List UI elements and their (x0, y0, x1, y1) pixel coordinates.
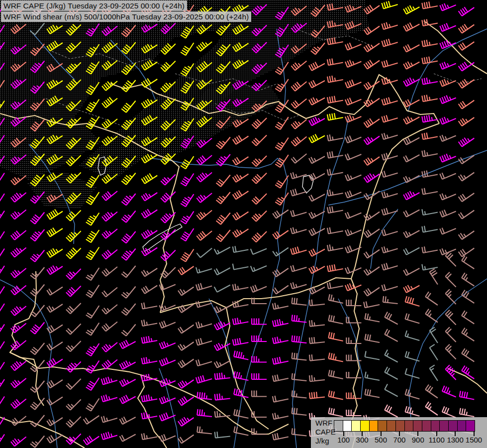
legend-color-cell (351, 420, 361, 432)
legend-color-cell (395, 420, 405, 432)
legend-color-cell (360, 420, 370, 432)
legend-model-label: WRF (315, 419, 336, 428)
legend-color-cell (448, 420, 458, 432)
weather-map-canvas (0, 0, 487, 448)
map-title-windshear: WRF Wind shear (m/s) 500/1000hPa Tuesday… (1, 11, 251, 22)
legend-color-cell (404, 420, 414, 432)
legend-color-cell (378, 420, 387, 432)
legend-color-cell (334, 420, 343, 432)
weather-map-page: WRF CAPE (J/kg) Tuesday 23-09-2025 00:00… (0, 0, 487, 448)
legend-colorbar (334, 420, 475, 432)
legend-color-cell (466, 420, 475, 432)
legend-tick-label: 1500 (462, 436, 486, 444)
legend-color-cell (457, 420, 467, 432)
legend-color-cell (431, 420, 440, 432)
cape-legend-panel: WRF CAPE J/kg 10030050070090011001300150… (311, 417, 487, 448)
legend-color-cell (413, 420, 422, 432)
legend-color-cell (387, 420, 396, 432)
legend-color-cell (343, 420, 352, 432)
legend-color-cell (422, 420, 431, 432)
map-title-cape: WRF CAPE (J/kg) Tuesday 23-09-2025 00:00… (1, 0, 187, 11)
legend-color-cell (439, 420, 449, 432)
legend-color-cell (369, 420, 379, 432)
